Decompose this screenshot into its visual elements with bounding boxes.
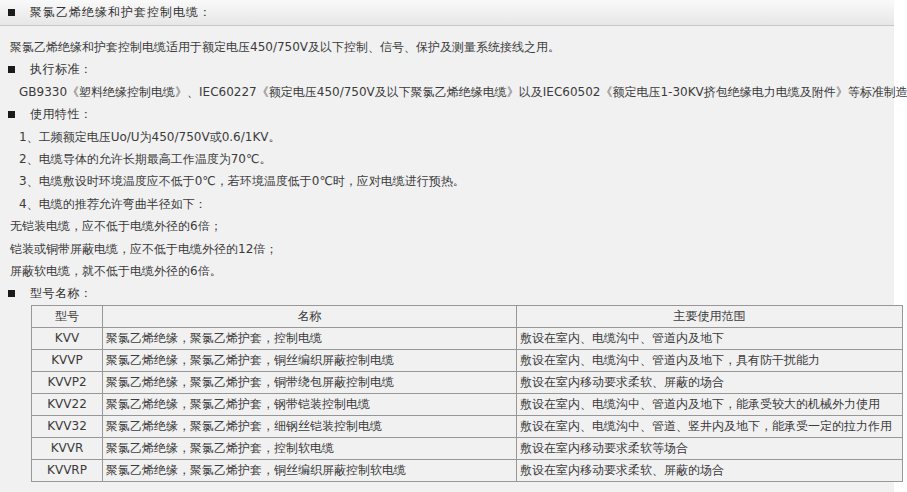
usage-cell: 敷设在室内移动要求柔软、屏蔽的场合: [517, 371, 903, 393]
standards-heading-label: 执行标准：: [30, 61, 93, 78]
model-cell: KVVP2: [32, 371, 103, 393]
bend-rule-unarmored: 无铠装电缆，应不低于电缆外径的6倍；: [0, 215, 894, 237]
features-heading-label: 使用特性：: [30, 106, 93, 123]
model-cell: KVVRP: [32, 459, 103, 481]
col-header-model: 型号: [32, 305, 103, 327]
features-heading: 使用特性：: [0, 103, 894, 125]
col-header-name: 名称: [103, 305, 517, 327]
usage-cell: 敷设在室内移动要求柔软、屏蔽的场合: [517, 459, 903, 481]
bullet-square-icon: [8, 111, 15, 118]
standards-heading: 执行标准：: [0, 58, 894, 80]
models-heading-label: 型号名称：: [30, 285, 93, 302]
document-body: 聚氯乙烯绝缘和护套控制电缆适用于额定电压450/750V及以下控制、信号、保护及…: [0, 26, 894, 482]
usage-cell: 敷设在室内、电缆沟中、管道、竖井内及地下，能承受一定的拉力作用: [517, 415, 903, 437]
name-cell: 聚氯乙烯绝缘，聚氯乙烯护套，铜丝编织屏蔽控制电缆: [103, 349, 517, 371]
table-row: KVVP 聚氯乙烯绝缘，聚氯乙烯护套，铜丝编织屏蔽控制电缆 敷设在室内、电缆沟中…: [32, 349, 903, 371]
bullet-square-icon: [8, 290, 15, 297]
table-row: KVV22 聚氯乙烯绝缘，聚氯乙烯护套，钢带铠装控制电缆 敷设在室内、电缆沟中、…: [32, 393, 903, 415]
section-title: 聚氯乙烯绝缘和护套控制电缆：: [30, 4, 212, 21]
model-table: 型号 名称 主要使用范围 KVV 聚氯乙烯绝缘，聚氯乙烯护套，控制电缆 敷设在室…: [31, 305, 903, 482]
bend-rule-shielded-flex: 屏蔽软电缆，就不低于电缆外径的6倍。: [0, 260, 894, 282]
usage-cell: 敷设在室内移动要求柔软等场合: [517, 437, 903, 459]
table-row: KVVR 聚氯乙烯绝缘，聚氯乙烯护套，控制软电缆 敷设在室内移动要求柔软等场合: [32, 437, 903, 459]
model-cell: KVV22: [32, 393, 103, 415]
model-cell: KVV32: [32, 415, 103, 437]
model-cell: KVV: [32, 327, 103, 349]
name-cell: 聚氯乙烯绝缘，聚氯乙烯护套，细钢丝铠装控制电缆: [103, 415, 517, 437]
table-row: KVV 聚氯乙烯绝缘，聚氯乙烯护套，控制电缆 敷设在室内、电缆沟中、管道内及地下: [32, 327, 903, 349]
standards-paragraph: GB9330《塑料绝缘控制电缆》、IEC60227《额定电压450/750V及以…: [0, 81, 894, 103]
usage-cell: 敷设在室内、电缆沟中、管道内及地下，具有防干扰能力: [517, 349, 903, 371]
table-row: KVVP2 聚氯乙烯绝缘，聚氯乙烯护套，铜带绕包屏蔽控制电缆 敷设在室内移动要求…: [32, 371, 903, 393]
feature-item-4: 4、电缆的推荐允许弯曲半径如下：: [0, 193, 894, 215]
usage-cell: 敷设在室内、电缆沟中、管道内及地下: [517, 327, 903, 349]
feature-item-3: 3、电缆敷设时环境温度应不低于0℃，若环境温度低于0℃时，应对电缆进行预热。: [0, 170, 894, 192]
models-heading: 型号名称：: [0, 282, 894, 304]
model-cell: KVVR: [32, 437, 103, 459]
bullet-square-icon: [8, 66, 15, 73]
name-cell: 聚氯乙烯绝缘，聚氯乙烯护套，铜丝编织屏蔽控制软电缆: [103, 459, 517, 481]
name-cell: 聚氯乙烯绝缘，聚氯乙烯护套，控制电缆: [103, 327, 517, 349]
model-cell: KVVP: [32, 349, 103, 371]
feature-item-2: 2、电缆导体的允许长期最高工作温度为70℃。: [0, 148, 894, 170]
section-header-bar: 聚氯乙烯绝缘和护套控制电缆：: [0, 0, 894, 26]
table-row: KVV32 聚氯乙烯绝缘，聚氯乙烯护套，细钢丝铠装控制电缆 敷设在室内、电缆沟中…: [32, 415, 903, 437]
table-row: KVVRP 聚氯乙烯绝缘，聚氯乙烯护套，铜丝编织屏蔽控制软电缆 敷设在室内移动要…: [32, 459, 903, 481]
product-detail-panel: 聚氯乙烯绝缘和护套控制电缆： 聚氯乙烯绝缘和护套控制电缆适用于额定电压450/7…: [0, 0, 894, 492]
name-cell: 聚氯乙烯绝缘，聚氯乙烯护套，钢带铠装控制电缆: [103, 393, 517, 415]
name-cell: 聚氯乙烯绝缘，聚氯乙烯护套，铜带绕包屏蔽控制电缆: [103, 371, 517, 393]
usage-cell: 敷设在室内、电缆沟中、管道内及地下，能承受较大的机械外力使用: [517, 393, 903, 415]
bullet-square-icon: [8, 9, 15, 16]
col-header-usage: 主要使用范围: [517, 305, 903, 327]
intro-paragraph: 聚氯乙烯绝缘和护套控制电缆适用于额定电压450/750V及以下控制、信号、保护及…: [0, 36, 894, 58]
name-cell: 聚氯乙烯绝缘，聚氯乙烯护套，控制软电缆: [103, 437, 517, 459]
feature-item-1: 1、工频额定电压Uo/U为450/750V或0.6/1KV。: [0, 126, 894, 148]
table-header-row: 型号 名称 主要使用范围: [32, 305, 903, 327]
bend-rule-armored: 铠装或铜带屏蔽电缆，应不低于电缆外径的12倍；: [0, 238, 894, 260]
